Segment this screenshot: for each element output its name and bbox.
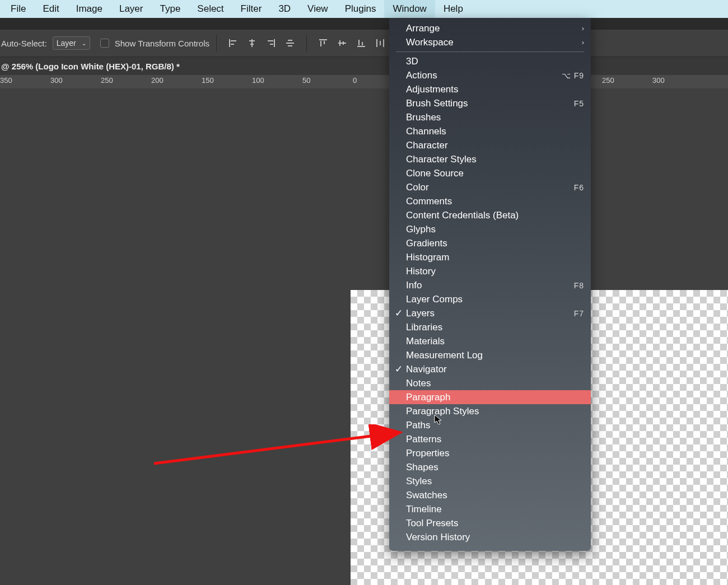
- menu-select[interactable]: Select: [189, 0, 232, 18]
- window-menu-item-paragraph-styles[interactable]: Paragraph Styles: [389, 404, 591, 418]
- menu-item-label: Gradients: [406, 238, 447, 249]
- menu-shortcut: F7: [574, 309, 584, 318]
- window-menu-item-properties[interactable]: Properties: [389, 446, 591, 460]
- canvas-area[interactable]: [0, 88, 728, 585]
- menu-window[interactable]: Window: [384, 0, 435, 18]
- chevron-down-icon: ⌄: [82, 40, 86, 46]
- ruler-tick: 100: [252, 76, 264, 85]
- window-menu-item-layers[interactable]: ✓LayersF7: [389, 306, 591, 320]
- align-vertical-centers-button[interactable]: [334, 35, 350, 51]
- menu-shortcut: F6: [574, 183, 584, 192]
- pasteboard: [0, 88, 728, 290]
- menu-item-label: Clone Source: [406, 168, 464, 179]
- menu-item-label: Brushes: [406, 112, 441, 123]
- window-menu-item-timeline[interactable]: Timeline: [389, 502, 591, 516]
- menu-help[interactable]: Help: [435, 0, 472, 18]
- window-menu-item-comments[interactable]: Comments: [389, 194, 591, 208]
- window-menu-item-patterns[interactable]: Patterns: [389, 432, 591, 446]
- menu-item-label: Histogram: [406, 252, 449, 263]
- menu-image[interactable]: Image: [68, 0, 111, 18]
- window-menu-item-content-credentials-beta-[interactable]: Content Credentials (Beta): [389, 208, 591, 222]
- divider: [306, 35, 307, 52]
- menu-3d[interactable]: 3D: [270, 0, 299, 18]
- menu-item-label: Swatches: [406, 490, 447, 501]
- menu-separator: [396, 52, 584, 52]
- align-bottom-edges-button[interactable]: [353, 35, 369, 51]
- window-menu-item-gradients[interactable]: Gradients: [389, 236, 591, 250]
- window-menu-item-adjustments[interactable]: Adjustments: [389, 82, 591, 96]
- menu-item-label: Paths: [406, 420, 430, 431]
- window-menu-item-tool-presets[interactable]: Tool Presets: [389, 516, 591, 530]
- window-menu-item-glyphs[interactable]: Glyphs: [389, 222, 591, 236]
- options-bar: Auto-Select: Layer ⌄ Show Transform Cont…: [0, 29, 728, 57]
- document-tab[interactable]: @ 256% (Logo Icon White (HEX)-01, RGB/8)…: [0, 57, 728, 75]
- align-top-edges-button[interactable]: [315, 35, 331, 51]
- distribute-button[interactable]: [372, 35, 388, 51]
- window-menu-item-info[interactable]: InfoF8: [389, 278, 591, 292]
- menu-item-label: 3D: [406, 56, 418, 67]
- window-menu-item-character[interactable]: Character: [389, 138, 591, 152]
- window-menu-item-clone-source[interactable]: Clone Source: [389, 166, 591, 180]
- window-menu-item-actions[interactable]: Actions⌥ F9: [389, 68, 591, 82]
- menu-item-label: Comments: [406, 196, 452, 207]
- menu-layer[interactable]: Layer: [111, 0, 152, 18]
- window-menu-dropdown: Arrange›Workspace›3DActions⌥ F9Adjustmen…: [389, 18, 591, 551]
- window-menu-item-measurement-log[interactable]: Measurement Log: [389, 348, 591, 362]
- window-menu-item-workspace[interactable]: Workspace›: [389, 35, 591, 49]
- menu-item-label: Paragraph: [406, 392, 450, 403]
- window-menu-item-3d[interactable]: 3D: [389, 54, 591, 68]
- auto-select-value: Layer: [57, 39, 76, 48]
- align-horizontal-centers-button[interactable]: [244, 35, 260, 51]
- menu-item-label: Brush Settings: [406, 98, 468, 109]
- window-menu-item-styles[interactable]: Styles: [389, 474, 591, 488]
- menu-item-label: Measurement Log: [406, 350, 483, 361]
- window-menu-item-paths[interactable]: Paths: [389, 418, 591, 432]
- menu-filter[interactable]: Filter: [232, 0, 270, 18]
- menu-item-label: Navigator: [406, 364, 447, 375]
- window-menu-item-navigator[interactable]: ✓Navigator: [389, 362, 591, 376]
- menu-item-label: Character: [406, 140, 448, 151]
- menu-item-label: Info: [406, 280, 422, 291]
- menu-item-label: Materials: [406, 336, 445, 347]
- menu-type[interactable]: Type: [151, 0, 189, 18]
- menu-item-label: Arrange: [406, 23, 440, 34]
- window-menu-item-libraries[interactable]: Libraries: [389, 320, 591, 334]
- window-menu-item-histogram[interactable]: Histogram: [389, 250, 591, 264]
- window-menu-item-swatches[interactable]: Swatches: [389, 488, 591, 502]
- menu-item-label: Paragraph Styles: [406, 406, 479, 417]
- document-tab-title: @ 256% (Logo Icon White (HEX)-01, RGB/8)…: [1, 62, 180, 71]
- window-menu-item-shapes[interactable]: Shapes: [389, 460, 591, 474]
- ruler-tick: 300: [652, 76, 665, 85]
- window-menu-item-history[interactable]: History: [389, 264, 591, 278]
- window-menu-item-notes[interactable]: Notes: [389, 376, 591, 390]
- menu-item-label: Color: [406, 182, 429, 193]
- align-right-edges-button[interactable]: [263, 35, 279, 51]
- window-menu-item-color[interactable]: ColorF6: [389, 180, 591, 194]
- align-stroke-button[interactable]: [282, 35, 298, 51]
- menu-item-label: Workspace: [406, 37, 454, 48]
- show-transform-controls-toggle[interactable]: Show Transform Controls: [100, 39, 209, 48]
- window-menu-item-version-history[interactable]: Version History: [389, 530, 591, 544]
- align-left-edges-button[interactable]: [225, 35, 241, 51]
- auto-select-dropdown[interactable]: Layer ⌄: [53, 36, 90, 50]
- menu-edit[interactable]: Edit: [34, 0, 67, 18]
- window-menu-item-channels[interactable]: Channels: [389, 124, 591, 138]
- window-menu-item-paragraph[interactable]: Paragraph: [389, 390, 591, 404]
- window-menu-item-brush-settings[interactable]: Brush SettingsF5: [389, 96, 591, 110]
- window-menu-item-materials[interactable]: Materials: [389, 334, 591, 348]
- menu-plugins[interactable]: Plugins: [337, 0, 385, 18]
- divider: [216, 35, 217, 52]
- window-menu-item-layer-comps[interactable]: Layer Comps: [389, 292, 591, 306]
- menubar: FileEditImageLayerTypeSelectFilter3DView…: [0, 0, 728, 18]
- window-menu-item-character-styles[interactable]: Character Styles: [389, 152, 591, 166]
- menu-item-label: Timeline: [406, 504, 442, 515]
- menu-shortcut: F8: [574, 281, 584, 290]
- menu-shortcut: ⌥ F9: [562, 71, 584, 80]
- menu-view[interactable]: View: [299, 0, 337, 18]
- window-menu-item-brushes[interactable]: Brushes: [389, 110, 591, 124]
- window-menu-item-arrange[interactable]: Arrange›: [389, 21, 591, 35]
- menu-item-label: Actions: [406, 70, 437, 81]
- toolbar-gap: [0, 18, 728, 29]
- menu-file[interactable]: File: [2, 0, 34, 18]
- checkbox-icon: [100, 39, 109, 48]
